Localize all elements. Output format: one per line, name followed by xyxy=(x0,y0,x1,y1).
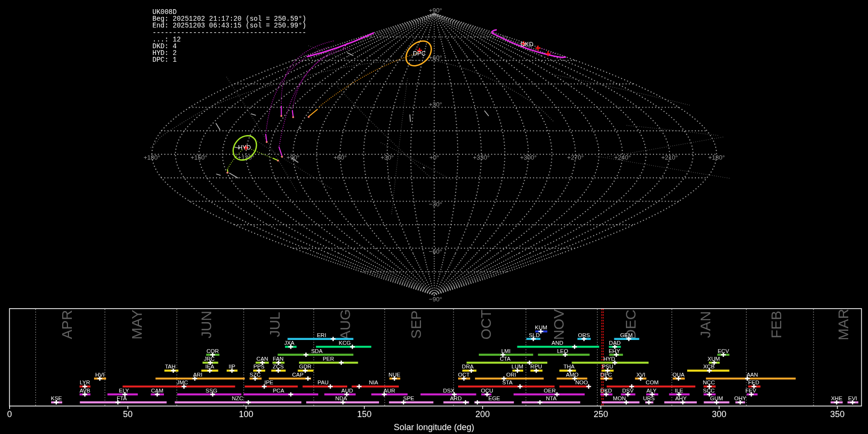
svg-text:NTA: NTA xyxy=(546,395,556,401)
svg-text:ARI: ARI xyxy=(193,372,202,378)
svg-text:TAH: TAH xyxy=(165,364,176,369)
svg-text:OCT: OCT xyxy=(458,372,470,378)
svg-text:PER: PER xyxy=(323,356,334,362)
svg-text:IEA: IEA xyxy=(205,364,215,369)
svg-text:ERI: ERI xyxy=(317,332,326,338)
svg-text:COM: COM xyxy=(646,380,659,385)
svg-text:+270°: +270° xyxy=(567,154,583,161)
svg-text:OHY: OHY xyxy=(734,395,746,401)
svg-text:FED: FED xyxy=(748,380,760,385)
svg-text:DKD: DKD xyxy=(521,41,533,48)
svg-text:HYD: HYD xyxy=(603,356,615,362)
svg-text:LYR: LYR xyxy=(80,380,90,385)
svg-text:FAN: FAN xyxy=(273,356,284,362)
svg-text:APR: APR xyxy=(59,310,75,339)
svg-text:AUG: AUG xyxy=(337,309,353,340)
svg-text:NOV: NOV xyxy=(551,309,567,340)
svg-text:AUR: AUR xyxy=(383,388,395,393)
svg-text:+60°: +60° xyxy=(429,54,442,61)
svg-text:SCC: SCC xyxy=(703,388,715,393)
svg-text:SZC: SZC xyxy=(250,372,261,378)
svg-text:+300°: +300° xyxy=(520,154,536,161)
svg-text:200: 200 xyxy=(475,409,490,419)
svg-text:KUM: KUM xyxy=(535,325,547,330)
svg-text:STA: STA xyxy=(502,380,513,385)
svg-text:GDR: GDR xyxy=(299,364,312,369)
svg-text:THA: THA xyxy=(564,364,575,369)
svg-text:ALY: ALY xyxy=(647,388,657,393)
svg-text:NZC: NZC xyxy=(232,395,244,401)
svg-text:+0°: +0° xyxy=(429,154,439,161)
svg-text:+150°: +150° xyxy=(190,154,207,161)
svg-text:+30°: +30° xyxy=(380,154,393,161)
svg-text:XCB: XCB xyxy=(703,364,715,369)
svg-text:NCC: NCC xyxy=(703,380,715,385)
svg-text:RPU: RPU xyxy=(530,364,542,369)
svg-text:XUM: XUM xyxy=(707,356,720,362)
svg-text:EGE: EGE xyxy=(488,395,501,401)
svg-text:AMO: AMO xyxy=(566,372,579,378)
svg-text:OCT: OCT xyxy=(478,310,494,339)
svg-text:−60°: −60° xyxy=(429,248,442,255)
svg-text:DPC: DPC xyxy=(600,372,612,378)
svg-text:DKD: DKD xyxy=(600,388,612,393)
svg-text:−30°: −30° xyxy=(429,201,442,208)
svg-text:CTA: CTA xyxy=(500,356,510,362)
svg-text:MON: MON xyxy=(613,395,626,401)
svg-text:JAN: JAN xyxy=(697,311,713,338)
svg-text:FEV: FEV xyxy=(746,388,757,393)
svg-text:LEO: LEO xyxy=(557,348,568,354)
svg-text:OER: OER xyxy=(544,388,556,393)
svg-text:QUA: QUA xyxy=(673,372,685,378)
svg-text:ELY: ELY xyxy=(119,388,129,393)
svg-text:MAR: MAR xyxy=(835,309,851,340)
svg-text:Solar longitude (deg): Solar longitude (deg) xyxy=(393,422,474,432)
svg-text:AUD: AUD xyxy=(341,388,353,393)
svg-text:50: 50 xyxy=(123,409,133,419)
svg-text:NDA: NDA xyxy=(335,395,347,401)
svg-text:FTA: FTA xyxy=(117,395,127,401)
svg-text:FEB: FEB xyxy=(768,311,784,338)
svg-text:MAY: MAY xyxy=(129,310,145,339)
svg-text:+180°: +180° xyxy=(144,154,160,161)
svg-text:SSG: SSG xyxy=(205,388,217,393)
svg-text:+330°: +330° xyxy=(473,154,489,161)
svg-text:URS: URS xyxy=(643,395,655,401)
svg-text:IPE: IPE xyxy=(264,380,273,385)
svg-text:+90°: +90° xyxy=(286,154,299,161)
svg-text:CAM: CAM xyxy=(151,388,163,393)
svg-text:PAU: PAU xyxy=(318,380,329,385)
svg-text:+60°: +60° xyxy=(334,154,347,161)
svg-text:SLD: SLD xyxy=(529,332,540,338)
svg-text:NIA: NIA xyxy=(369,380,379,385)
svg-text:ECV: ECV xyxy=(718,348,729,354)
svg-text:ORS: ORS xyxy=(578,332,590,338)
svg-text:AND: AND xyxy=(552,340,563,346)
svg-text:HVI: HVI xyxy=(95,372,104,378)
svg-text:ORI: ORI xyxy=(506,372,516,378)
svg-text:−90°: −90° xyxy=(429,296,442,303)
svg-text:ARD: ARD xyxy=(450,395,461,401)
svg-text:250: 250 xyxy=(594,409,608,419)
svg-text:AVB: AVB xyxy=(80,388,90,393)
svg-text:+240°: +240° xyxy=(614,154,631,161)
svg-text:KCG: KCG xyxy=(339,340,351,346)
svg-text:OCU: OCU xyxy=(481,388,493,393)
svg-text:NOO: NOO xyxy=(575,380,588,385)
svg-text:+30°: +30° xyxy=(429,101,442,108)
svg-text:GEM: GEM xyxy=(620,332,633,338)
svg-text:DSX: DSX xyxy=(443,388,455,393)
svg-text:JXA: JXA xyxy=(284,340,294,346)
svg-text:ZCS: ZCS xyxy=(273,364,284,369)
svg-text:+210°: +210° xyxy=(661,154,678,161)
svg-text:KSE: KSE xyxy=(51,395,62,401)
svg-text:150: 150 xyxy=(357,409,371,419)
svg-text:PSU: PSU xyxy=(602,364,613,369)
svg-text:JUL: JUL xyxy=(267,312,283,337)
svg-text:CAP: CAP xyxy=(292,372,304,378)
svg-text:DPC: DPC xyxy=(413,50,425,57)
svg-text:350: 350 xyxy=(830,409,844,419)
svg-text:COR: COR xyxy=(206,348,219,354)
svg-text:SPE: SPE xyxy=(403,395,414,401)
svg-text:PPS: PPS xyxy=(253,364,264,369)
